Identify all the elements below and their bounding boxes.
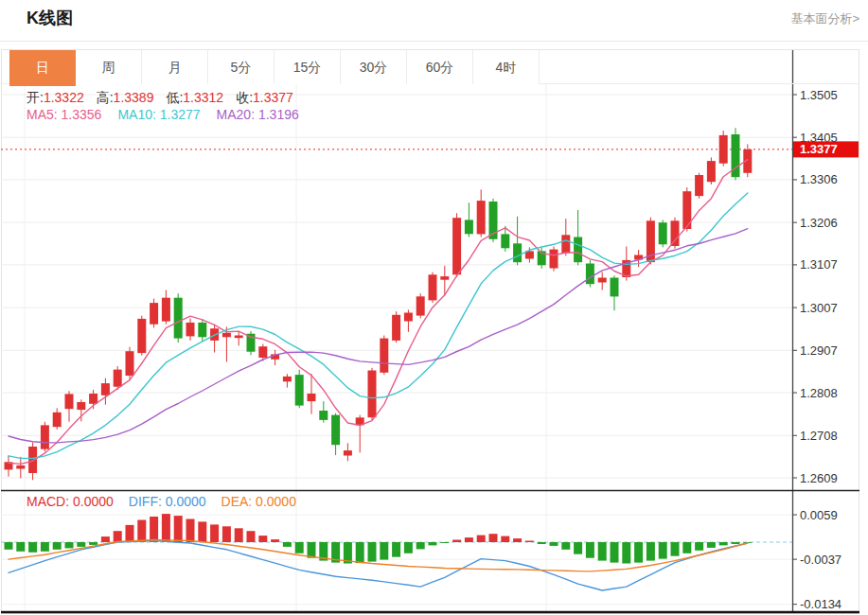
tab-4hour[interactable]: 4时: [473, 50, 540, 84]
period-tabbar: 日周月5分15分30分60分4时: [2, 50, 859, 84]
legend-label: 高:: [97, 90, 114, 105]
tab-day[interactable]: 日: [9, 50, 76, 86]
macd-legend-item: DEA: 0.0000: [221, 494, 296, 509]
macd-legend: MACD: 0.0000DIFF: 0.0000DEA: 0.0000: [27, 494, 311, 509]
legend-value: 1.3377: [253, 90, 293, 105]
svg-text:1.3007: 1.3007: [800, 301, 838, 315]
page-title: K线图: [27, 7, 73, 29]
last-price-badge: 1.3377: [793, 141, 859, 157]
macd-legend-item: MACD: 0.0000: [27, 494, 114, 509]
svg-text:-0.0037: -0.0037: [800, 553, 841, 567]
macd-legend-item: DIFF: 0.0000: [129, 494, 206, 509]
ma10-line: [9, 193, 748, 459]
price-axis-labels: 1.35051.34051.33061.32061.31071.30071.29…: [792, 88, 841, 612]
svg-text:1.2708: 1.2708: [800, 429, 838, 443]
ma5-line: [9, 160, 748, 465]
ma-legend-item: MA10: 1.3277: [117, 107, 200, 122]
ohlc-legend-item: 高:1.3389: [97, 90, 154, 105]
fundamental-analysis-link[interactable]: 基本面分析>: [790, 10, 859, 27]
svg-text:1.3206: 1.3206: [800, 216, 838, 230]
ma-legend-item: MA20: 1.3196: [217, 107, 299, 122]
ohlc-legend-item: 开:1.3322: [27, 90, 84, 105]
ohlc-legend-item: 收:1.3377: [236, 90, 293, 105]
candles-layer: [5, 128, 753, 480]
svg-text:1.3107: 1.3107: [800, 257, 838, 272]
svg-text:0.0059: 0.0059: [800, 508, 838, 522]
tab-60min[interactable]: 60分: [407, 50, 473, 84]
ma-legend-item: MA5: 1.3356: [27, 107, 101, 122]
svg-text:1.3306: 1.3306: [800, 172, 838, 186]
legend-value: 1.3312: [183, 90, 223, 105]
svg-text:1.2907: 1.2907: [800, 343, 838, 358]
ma-legend: MA5: 1.3356MA10: 1.3277MA20: 1.3196: [27, 107, 315, 122]
svg-text:1.3377: 1.3377: [800, 142, 838, 156]
ohlc-legend-item: 低:1.3312: [166, 90, 223, 105]
legend-value: 1.3322: [44, 90, 84, 105]
svg-text:-0.0134: -0.0134: [800, 597, 841, 611]
ohlc-legend: 开:1.3322高:1.3389低:1.3312收:1.3377: [27, 90, 306, 107]
svg-text:1.2808: 1.2808: [800, 386, 838, 400]
tab-15min[interactable]: 15分: [275, 50, 341, 84]
ma20-line: [9, 229, 748, 443]
svg-text:1.2609: 1.2609: [800, 471, 838, 485]
macd-histogram: [5, 514, 753, 563]
tab-30min[interactable]: 30分: [341, 50, 407, 84]
legend-label: 低:: [166, 90, 183, 105]
tab-5min[interactable]: 5分: [208, 50, 275, 84]
tab-month[interactable]: 月: [142, 50, 208, 84]
legend-label: 开:: [27, 90, 44, 105]
tab-week[interactable]: 周: [76, 50, 142, 84]
legend-value: 1.3389: [114, 90, 154, 105]
svg-text:1.3505: 1.3505: [800, 88, 838, 102]
legend-label: 收:: [236, 90, 253, 105]
